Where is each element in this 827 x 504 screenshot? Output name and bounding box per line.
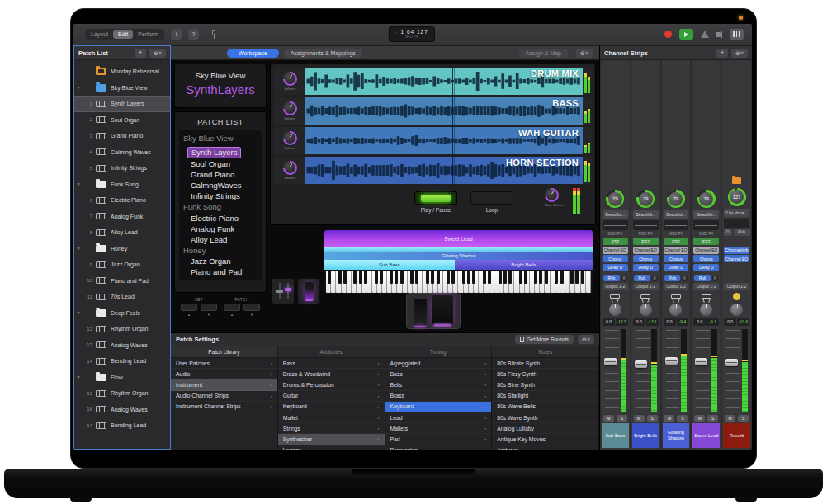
- fx-slot[interactable]: Delay D: [664, 264, 689, 271]
- layer-sweet-lead[interactable]: Sweet Lead: [324, 230, 593, 247]
- play-button[interactable]: [679, 29, 693, 40]
- fx-slot[interactable]: Delay D: [693, 264, 719, 271]
- layer-glowing-shadow[interactable]: Glowing Shadow: [324, 252, 593, 260]
- tuner-icon[interactable]: [210, 30, 219, 39]
- black-key[interactable]: [508, 271, 512, 284]
- eq-thumbnail[interactable]: [664, 220, 689, 230]
- volume-fader[interactable]: [724, 327, 749, 413]
- fx-slot[interactable]: Chorus: [664, 255, 689, 262]
- strip-knob[interactable]: 79: [636, 190, 655, 208]
- set-row[interactable]: ▼Funk Song: [74, 177, 170, 193]
- fader-cap[interactable]: [604, 358, 617, 365]
- ps-item[interactable]: Mallets›: [385, 423, 492, 434]
- disclosure-icon[interactable]: ▼: [74, 181, 83, 186]
- onscreen-patch-item[interactable]: 70s Lead: [183, 277, 262, 280]
- black-key[interactable]: [499, 271, 502, 284]
- ps-item[interactable]: Audio›: [171, 369, 277, 379]
- instrument-slot[interactable]: ES2: [693, 238, 719, 245]
- black-key[interactable]: [410, 271, 414, 284]
- black-key[interactable]: [353, 271, 357, 284]
- white-key[interactable]: [586, 271, 591, 293]
- input-button[interactable]: O: [724, 229, 732, 236]
- track-waveform[interactable]: BASS: [305, 97, 583, 125]
- ps-item[interactable]: Lead›: [385, 412, 492, 423]
- black-key[interactable]: [364, 271, 367, 284]
- patch-row[interactable]: 9Jazz Organ: [74, 257, 170, 273]
- strip-nameplate[interactable]: Sweet Lead: [692, 423, 720, 448]
- fader-cap[interactable]: [635, 360, 647, 368]
- patch-row[interactable]: 4Calming Waves: [74, 144, 170, 161]
- pan-knob[interactable]: [669, 304, 682, 316]
- play-pause-button[interactable]: [414, 191, 457, 205]
- output-slot[interactable]: Output 1-2: [724, 283, 749, 290]
- black-key[interactable]: [328, 271, 331, 284]
- pan-knob[interactable]: [640, 304, 652, 316]
- solo-button[interactable]: S: [677, 415, 688, 422]
- track-volume-knob[interactable]: [283, 101, 297, 115]
- set-row[interactable]: ▼Flow: [74, 370, 170, 386]
- black-key[interactable]: [462, 271, 465, 284]
- ps-item[interactable]: Drums & Percussion›: [278, 379, 385, 390]
- ps-item[interactable]: Pad›: [385, 434, 492, 445]
- ps-item[interactable]: Keyboard›: [278, 402, 385, 412]
- solo-button[interactable]: S: [647, 415, 658, 422]
- channel-strips-action-menu[interactable]: ⊖˅: [731, 49, 748, 58]
- onscreen-patch-item[interactable]: Soul Organ: [183, 158, 262, 169]
- volume-fader[interactable]: [664, 327, 689, 413]
- onscreen-patch-item[interactable]: Sky Blue View: [183, 133, 262, 144]
- onscreen-patch-item[interactable]: CalmngWaves: [183, 180, 262, 191]
- patch-settings-action-menu[interactable]: ⊖˅: [578, 335, 594, 344]
- black-key[interactable]: [534, 271, 537, 284]
- black-key[interactable]: [451, 271, 455, 284]
- patch-row[interactable]: 3Grand Piano: [74, 128, 170, 144]
- ps-item[interactable]: Arcturus: [492, 445, 598, 450]
- set-row[interactable]: ▼Honey: [74, 241, 170, 257]
- mute-button[interactable]: M: [603, 415, 614, 422]
- mute-button[interactable]: M: [664, 415, 674, 422]
- onscreen-patch-item[interactable]: Funk Song: [183, 201, 262, 212]
- patch-row[interactable]: 1170s Lead: [74, 289, 170, 305]
- ps-item[interactable]: Arpeggiated›: [385, 358, 492, 369]
- strip-preset-label[interactable]: Beautiful...: [664, 210, 689, 219]
- fx-slot[interactable]: Channel EQ: [664, 247, 689, 254]
- get-more-sounds-button[interactable]: Get More Sounds: [515, 335, 574, 344]
- ps-item[interactable]: Guitar›: [278, 391, 385, 402]
- tab-workspace[interactable]: Workspace: [227, 49, 279, 58]
- fx-slot[interactable]: Delay D: [603, 264, 628, 271]
- send-button[interactable]: Rvb: [634, 275, 650, 281]
- record-button[interactable]: [664, 31, 672, 38]
- fx-slot[interactable]: Chorus: [693, 255, 719, 262]
- black-key[interactable]: [570, 271, 574, 284]
- send-knob[interactable]: [682, 276, 688, 281]
- mute-button[interactable]: M: [725, 415, 735, 422]
- ps-item[interactable]: Instrument Channel Strips›: [171, 402, 277, 412]
- ps-item[interactable]: Bass›: [385, 369, 492, 379]
- volume-fader[interactable]: [603, 327, 628, 413]
- ps-item[interactable]: 80s Fizzy Synth: [492, 369, 598, 379]
- set-row[interactable]: ▼Deep Feels: [74, 305, 170, 322]
- solo-button[interactable]: S: [617, 415, 627, 422]
- ps-item[interactable]: 80s Starlight: [492, 391, 598, 402]
- patch-row[interactable]: 8Alloy Lead: [74, 224, 170, 241]
- channel-strip[interactable]: 79Beautiful...MIDI FXES2Channel EQChorus…: [662, 60, 691, 450]
- black-key[interactable]: [483, 271, 486, 284]
- onscreen-patch-item[interactable]: Electric Piano: [183, 213, 262, 224]
- ps-tab-attributes[interactable]: Attributes: [278, 346, 385, 357]
- solo-button[interactable]: S: [738, 415, 749, 422]
- add-patch-button[interactable]: +: [135, 49, 146, 58]
- patch-row[interactable]: 17Bending Lead: [74, 417, 170, 434]
- track-volume-knob[interactable]: [283, 72, 297, 86]
- onscreen-patch-item[interactable]: Jazz Organ: [183, 256, 262, 266]
- strip-knob[interactable]: 127: [728, 188, 746, 206]
- patch-row[interactable]: 6Electric Piano: [74, 192, 170, 209]
- fx-slot[interactable]: Channel EQ: [633, 247, 659, 254]
- patch-row[interactable]: 15Rhythm Organ: [74, 385, 170, 402]
- black-key[interactable]: [555, 271, 558, 284]
- patch-row[interactable]: 13Analog Waves: [74, 337, 170, 354]
- onscreen-patch-item[interactable]: Grand Piano: [183, 169, 262, 180]
- track-volume-knob[interactable]: [283, 131, 297, 145]
- mute-button[interactable]: M: [694, 415, 705, 422]
- mode-button-layout[interactable]: Layout: [86, 30, 113, 39]
- strip-knob[interactable]: 79: [667, 190, 685, 208]
- black-key[interactable]: [467, 271, 470, 284]
